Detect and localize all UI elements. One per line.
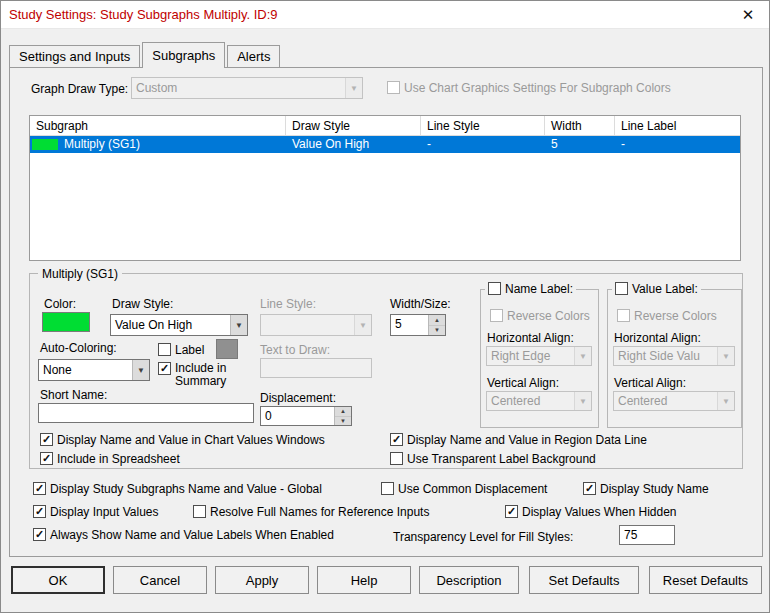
display-chart-values-checkbox[interactable]: ✓ Display Name and Value in Chart Values… — [40, 433, 325, 447]
checkbox-box: ✓ — [583, 482, 596, 495]
checkbox-label: Always Show Name and Value Labels When E… — [50, 528, 334, 542]
selected-value: Centered — [614, 394, 717, 408]
spinner-value: 5 — [391, 315, 428, 335]
spin-down-icon[interactable]: ▼ — [335, 417, 351, 426]
value-vertical-align-label: Vertical Align: — [614, 376, 686, 390]
checkbox-box — [390, 452, 403, 465]
cell-width: 5 — [545, 136, 615, 153]
ok-button[interactable]: OK — [11, 566, 105, 594]
display-global-checkbox[interactable]: ✓ Display Study Subgraphs Name and Value… — [33, 482, 322, 496]
close-icon[interactable]: ✕ — [735, 6, 761, 24]
spin-down-icon[interactable]: ▼ — [429, 326, 445, 336]
value-horizontal-align-select[interactable]: Right Side Valu ▼ — [613, 346, 735, 366]
display-study-name-checkbox[interactable]: ✓ Display Study Name — [583, 482, 709, 496]
chevron-down-icon: ▼ — [345, 78, 362, 98]
tab-settings-and-inputs[interactable]: Settings and Inputs — [9, 45, 140, 67]
selected-value: Centered — [487, 394, 574, 408]
checkbox-label: Use Chart Graphics Settings For Subgraph… — [404, 81, 671, 95]
subgraph-settings-group: Multiply (SG1) Color: Draw Style: Line S… — [29, 273, 743, 469]
transparent-label-bg-checkbox[interactable]: Use Transparent Label Background — [390, 452, 596, 466]
tab-alerts[interactable]: Alerts — [227, 45, 280, 67]
subgraph-table: Subgraph Draw Style Line Style Width Lin… — [29, 115, 741, 261]
column-header-width[interactable]: Width — [545, 116, 615, 135]
set-defaults-button[interactable]: Set Defaults — [529, 566, 639, 594]
checkbox-label: Reverse Colors — [634, 309, 717, 323]
label-checkbox[interactable]: Label — [158, 343, 204, 357]
checkbox-label: Label — [175, 343, 204, 357]
column-header-line-label[interactable]: Line Label — [615, 116, 740, 135]
name-horizontal-align-select[interactable]: Right Edge ▼ — [486, 346, 592, 366]
line-style-select[interactable]: ▼ — [260, 314, 372, 336]
always-show-labels-checkbox[interactable]: ✓ Always Show Name and Value Labels When… — [33, 528, 334, 542]
cell-subgraph-text: Multiply (SG1) — [64, 136, 140, 153]
checkbox-box — [387, 81, 400, 94]
table-row[interactable]: Multiply (SG1) Value On High - 5 - — [30, 136, 740, 153]
common-displacement-checkbox[interactable]: Use Common Displacement — [381, 482, 547, 496]
subgraph-color-button[interactable] — [42, 312, 90, 332]
checkbox-label: Name Label: — [505, 282, 573, 296]
displacement-spinner[interactable]: 0 ▲ ▼ — [260, 406, 352, 426]
reset-defaults-button[interactable]: Reset Defaults — [649, 566, 762, 594]
selected-value: Right Side Valu — [614, 349, 717, 363]
help-button[interactable]: Help — [317, 566, 411, 594]
name-vertical-align-select[interactable]: Centered ▼ — [486, 391, 592, 411]
checkbox-box: ✓ — [390, 433, 403, 446]
checkbox-label: Display Name and Value in Chart Values W… — [57, 433, 325, 447]
checkbox-box: ✓ — [158, 362, 171, 375]
text-to-draw-input[interactable] — [260, 358, 372, 378]
selected-value: None — [39, 363, 132, 377]
description-button[interactable]: Description — [419, 566, 519, 594]
checkbox-label: Resolve Full Names for Reference Inputs — [210, 505, 429, 519]
draw-style-select[interactable]: Value On High ▼ — [110, 314, 248, 336]
tab-subgraphs[interactable]: Subgraphs — [142, 42, 225, 68]
column-header-line-style[interactable]: Line Style — [421, 116, 545, 135]
checkbox-label: Use Transparent Label Background — [407, 452, 596, 466]
short-name-input[interactable] — [38, 403, 254, 423]
width-size-label: Width/Size: — [390, 297, 451, 311]
width-size-spinner[interactable]: 5 ▲ ▼ — [390, 314, 446, 336]
name-horizontal-align-label: Horizontal Align: — [487, 331, 574, 345]
displacement-label: Displacement: — [260, 391, 336, 405]
checkbox-box — [615, 282, 628, 295]
checkbox-box: ✓ — [33, 528, 46, 541]
checkbox-label: Use Common Displacement — [398, 482, 547, 496]
cancel-button[interactable]: Cancel — [113, 566, 207, 594]
column-header-subgraph[interactable]: Subgraph — [30, 116, 286, 135]
value-reverse-colors-checkbox[interactable]: Reverse Colors — [617, 309, 717, 323]
auto-coloring-select[interactable]: None ▼ — [38, 359, 150, 381]
value-vertical-align-select[interactable]: Centered ▼ — [613, 391, 735, 411]
name-reverse-colors-checkbox[interactable]: Reverse Colors — [490, 309, 590, 323]
label-color-button[interactable] — [216, 339, 238, 359]
table-header: Subgraph Draw Style Line Style Width Lin… — [30, 116, 740, 136]
display-region-data-checkbox[interactable]: ✓ Display Name and Value in Region Data … — [390, 433, 647, 447]
title-bar: Study Settings: Study Subgraphs Multiply… — [1, 1, 769, 29]
short-name-label: Short Name: — [40, 388, 107, 402]
graph-draw-type-select[interactable]: Custom ▼ — [131, 77, 363, 99]
spin-up-icon[interactable]: ▲ — [335, 407, 351, 417]
text-to-draw-label: Text to Draw: — [260, 343, 330, 357]
draw-style-label: Draw Style: — [112, 297, 173, 311]
value-label-checkbox[interactable]: Value Label: — [612, 282, 701, 296]
display-values-hidden-checkbox[interactable]: ✓ Display Values When Hidden — [505, 505, 677, 519]
resolve-full-names-checkbox[interactable]: Resolve Full Names for Reference Inputs — [193, 505, 429, 519]
use-chart-graphics-checkbox[interactable]: Use Chart Graphics Settings For Subgraph… — [387, 81, 671, 95]
include-in-summary-checkbox[interactable]: ✓ Include in Summary — [158, 362, 243, 388]
chevron-down-icon: ▼ — [230, 315, 247, 335]
window-title: Study Settings: Study Subgraphs Multiply… — [9, 7, 278, 22]
column-header-draw-style[interactable]: Draw Style — [286, 116, 421, 135]
name-label-group: Name Label: Reverse Colors Horizontal Al… — [480, 289, 599, 428]
chevron-down-icon: ▼ — [354, 315, 371, 335]
transparency-input[interactable] — [619, 525, 675, 545]
spin-up-icon[interactable]: ▲ — [429, 315, 445, 326]
include-spreadsheet-checkbox[interactable]: ✓ Include in Spreadsheet — [40, 452, 180, 466]
chevron-down-icon: ▼ — [132, 360, 149, 380]
display-input-values-checkbox[interactable]: ✓ Display Input Values — [33, 505, 159, 519]
checkbox-box — [158, 343, 171, 356]
spinner-value: 0 — [261, 407, 334, 425]
spinner-buttons: ▲ ▼ — [428, 315, 445, 335]
chevron-down-icon: ▼ — [717, 392, 734, 410]
name-label-checkbox[interactable]: Name Label: — [485, 282, 576, 296]
checkbox-label: Include in Spreadsheet — [57, 452, 180, 466]
checkbox-box — [193, 505, 206, 518]
apply-button[interactable]: Apply — [215, 566, 309, 594]
